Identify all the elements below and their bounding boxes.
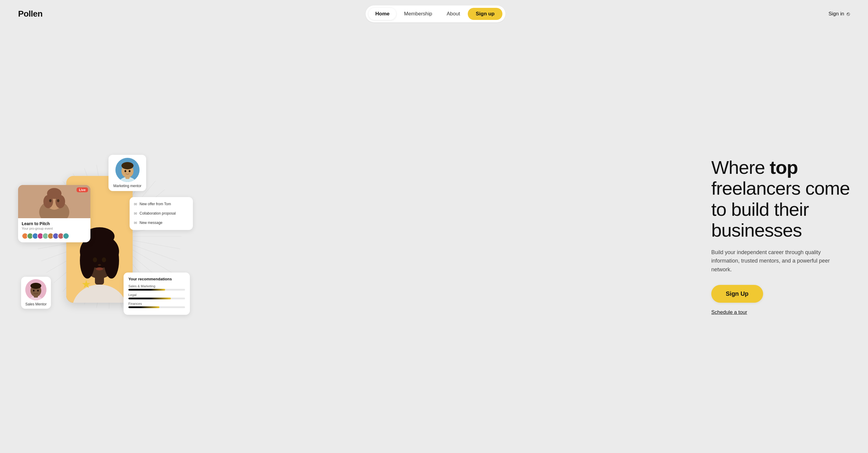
email-label-1: New offer from Tom: [140, 202, 171, 206]
live-card-body: Learn to Pitch Your pro-group event: [18, 218, 90, 242]
svg-point-55: [57, 199, 59, 202]
schedule-tour-link[interactable]: Schedule a tour: [711, 309, 850, 315]
email-item-2: ✉ Collaboration proposal: [130, 209, 193, 218]
reco-bar-sales: [128, 289, 165, 291]
hero-illustration: // lines drawn via SVG generation in tem…: [18, 149, 193, 324]
email-item-1: ✉ New offer from Tom: [130, 199, 193, 209]
recommendations-card[interactable]: Your recommendations Sales & Marketing L…: [124, 273, 190, 315]
reco-item-legal: Legal: [128, 293, 185, 300]
svg-point-53: [56, 195, 65, 208]
email-item-3: ✉ New message: [130, 218, 193, 228]
live-badge: Live: [76, 188, 88, 192]
headline-bold: top: [770, 157, 798, 178]
hero-section: // lines drawn via SVG generation in tem…: [0, 28, 868, 453]
brand-logo: Pollen: [18, 9, 42, 19]
mentor-avatar: [116, 158, 140, 182]
signin-icon: ⎋: [846, 11, 850, 17]
reco-bar-bg: [128, 289, 185, 291]
email-icon: ✉: [134, 211, 137, 216]
nav-links: Home Membership About Sign up: [366, 5, 505, 22]
svg-point-63: [129, 170, 130, 172]
email-icon: ✉: [134, 221, 137, 225]
marketing-mentor-card[interactable]: Marketing mentor: [108, 155, 146, 191]
svg-point-46: [98, 264, 101, 266]
svg-point-62: [124, 170, 126, 172]
svg-point-70: [37, 290, 39, 291]
svg-point-52: [43, 195, 53, 208]
headline-post: freelancers come to build their business…: [711, 178, 850, 240]
sales-mentor-card[interactable]: Sales Mentor: [21, 277, 51, 309]
hero-subtext: Build your independent career through qu…: [711, 248, 850, 274]
reco-label-finances: Finances: [128, 302, 185, 305]
live-event-card[interactable]: Live Learn to Pitch Your pro-group event: [18, 185, 90, 242]
reco-bar-finances: [128, 306, 159, 308]
nav-signup-button[interactable]: Sign up: [468, 8, 502, 20]
reco-label-legal: Legal: [128, 293, 185, 297]
email-label-3: New message: [140, 221, 162, 225]
live-event-sub: Your pro-group event: [22, 227, 87, 230]
reco-bar-bg: [128, 306, 185, 308]
attendee-avatars: [22, 233, 87, 239]
headline-pre: Where: [711, 157, 770, 178]
signup-cta-button[interactable]: Sign Up: [711, 285, 763, 303]
email-notifications-card[interactable]: ✉ New offer from Tom ✉ Collaboration pro…: [130, 197, 193, 230]
reco-bar-legal: [128, 298, 171, 300]
svg-point-68: [30, 283, 41, 289]
svg-point-54: [49, 199, 52, 202]
sales-mentor-label: Sales Mentor: [25, 302, 47, 306]
svg-point-47: [96, 267, 103, 271]
nav-home[interactable]: Home: [369, 8, 396, 20]
svg-point-45: [102, 257, 106, 262]
reco-bar-bg: [128, 298, 185, 300]
email-label-2: Collaboration proposal: [140, 211, 176, 216]
nav-about[interactable]: About: [440, 8, 467, 20]
svg-line-12: [130, 248, 172, 273]
navigation: Pollen Home Membership About Sign up Sig…: [0, 0, 868, 28]
signin-label: Sign in: [829, 11, 844, 17]
star-decoration: ★: [82, 278, 91, 291]
reco-item-finances: Finances: [128, 302, 185, 308]
sales-mentor-avatar: [25, 279, 46, 300]
svg-point-61: [121, 162, 133, 169]
reco-item-sales: Sales & Marketing: [128, 284, 185, 291]
avatar: [63, 233, 69, 239]
svg-point-42: [104, 242, 119, 279]
email-icon: ✉: [134, 202, 137, 206]
live-event-title: Learn to Pitch: [22, 221, 87, 226]
reco-card-title: Your recommendations: [128, 277, 185, 281]
nav-membership[interactable]: Membership: [397, 8, 439, 20]
svg-point-41: [80, 242, 95, 279]
svg-point-44: [93, 257, 97, 262]
marketing-mentor-label: Marketing mentor: [113, 184, 141, 188]
hero-headline: Where top freelancers come to build thei…: [711, 157, 850, 241]
signin-area[interactable]: Sign in ⎋: [829, 11, 850, 17]
live-card-image: Live: [18, 185, 90, 218]
svg-point-69: [33, 290, 35, 291]
hero-content: Where top freelancers come to build thei…: [693, 157, 850, 315]
reco-label-sales: Sales & Marketing: [128, 284, 185, 288]
